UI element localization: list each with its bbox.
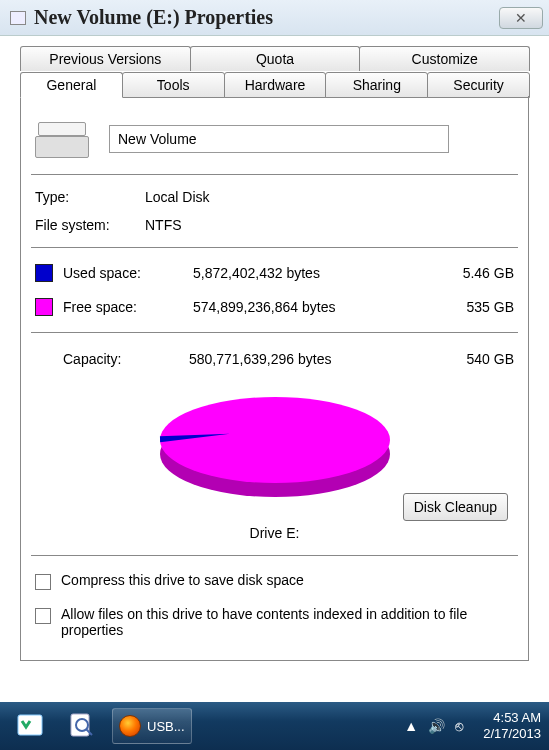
taskbar-clock[interactable]: 4:53 AM 2/17/2013: [483, 710, 541, 741]
used-label: Used space:: [63, 265, 193, 281]
tab-hardware[interactable]: Hardware: [224, 72, 327, 98]
taskbar-app-1[interactable]: [8, 708, 54, 744]
window-title: New Volume (E:) Properties: [34, 6, 273, 29]
volume-icon[interactable]: 🔊: [428, 718, 445, 734]
divider: [31, 332, 518, 333]
index-checkbox[interactable]: [35, 608, 51, 624]
svg-rect-1: [71, 714, 89, 736]
capacity-label: Capacity:: [63, 351, 189, 367]
used-bytes: 5,872,402,432 bytes: [193, 265, 434, 281]
used-gb: 5.46 GB: [434, 265, 514, 281]
free-gb: 535 GB: [434, 299, 514, 315]
system-tray: ▲ 🔊 ⎋ 4:53 AM 2/17/2013: [404, 710, 541, 741]
used-space-row: Used space: 5,872,402,432 bytes 5.46 GB: [31, 256, 518, 290]
free-space-row: Free space: 574,899,236,864 bytes 535 GB: [31, 290, 518, 324]
divider: [31, 555, 518, 556]
drive-icon: [35, 120, 89, 158]
compress-label: Compress this drive to save disk space: [61, 572, 304, 588]
usage-pie-chart: Disk Cleanup: [31, 381, 518, 521]
disk-cleanup-button[interactable]: Disk Cleanup: [403, 493, 508, 521]
type-label: Type:: [35, 189, 145, 205]
task-label: USB...: [147, 719, 185, 734]
svg-rect-0: [18, 715, 42, 735]
close-icon: ✕: [515, 10, 527, 26]
tab-security[interactable]: Security: [427, 72, 530, 98]
index-label: Allow files on this drive to have conten…: [61, 606, 514, 638]
used-swatch: [35, 264, 53, 282]
drive-label: Drive E:: [31, 525, 518, 541]
divider: [31, 247, 518, 248]
capacity-row: Capacity: 580,771,639,296 bytes 540 GB: [31, 341, 518, 373]
tab-quota[interactable]: Quota: [190, 46, 361, 71]
tab-general[interactable]: General: [20, 72, 123, 98]
taskbar-task-usb[interactable]: USB...: [112, 708, 192, 744]
volume-label-input[interactable]: [109, 125, 449, 153]
taskbar-app-2[interactable]: [60, 708, 106, 744]
filesystem-label: File system:: [35, 217, 145, 233]
clock-time: 4:53 AM: [483, 710, 541, 726]
filesystem-value: NTFS: [145, 217, 182, 233]
free-label: Free space:: [63, 299, 193, 315]
network-icon[interactable]: ⎋: [455, 718, 463, 734]
tab-previous-versions[interactable]: Previous Versions: [20, 46, 191, 71]
type-value: Local Disk: [145, 189, 210, 205]
capacity-bytes: 580,771,639,296 bytes: [189, 351, 434, 367]
divider: [31, 174, 518, 175]
titlebar: New Volume (E:) Properties ✕: [0, 0, 549, 36]
taskbar: USB... ▲ 🔊 ⎋ 4:53 AM 2/17/2013: [0, 702, 549, 750]
tab-tools[interactable]: Tools: [122, 72, 225, 98]
notepad-icon: [16, 713, 46, 739]
filesystem-row: File system: NTFS: [31, 211, 518, 239]
clock-date: 2/17/2013: [483, 726, 541, 742]
type-row: Type: Local Disk: [31, 183, 518, 211]
free-swatch: [35, 298, 53, 316]
free-bytes: 574,899,236,864 bytes: [193, 299, 434, 315]
tab-customize[interactable]: Customize: [359, 46, 530, 71]
close-button[interactable]: ✕: [499, 7, 543, 29]
firefox-icon: [119, 715, 141, 737]
compress-checkbox[interactable]: [35, 574, 51, 590]
app-icon: [10, 11, 26, 25]
magnifier-icon: [68, 711, 98, 741]
tab-sharing[interactable]: Sharing: [325, 72, 428, 98]
chevron-up-icon[interactable]: ▲: [404, 718, 418, 734]
capacity-gb: 540 GB: [434, 351, 514, 367]
